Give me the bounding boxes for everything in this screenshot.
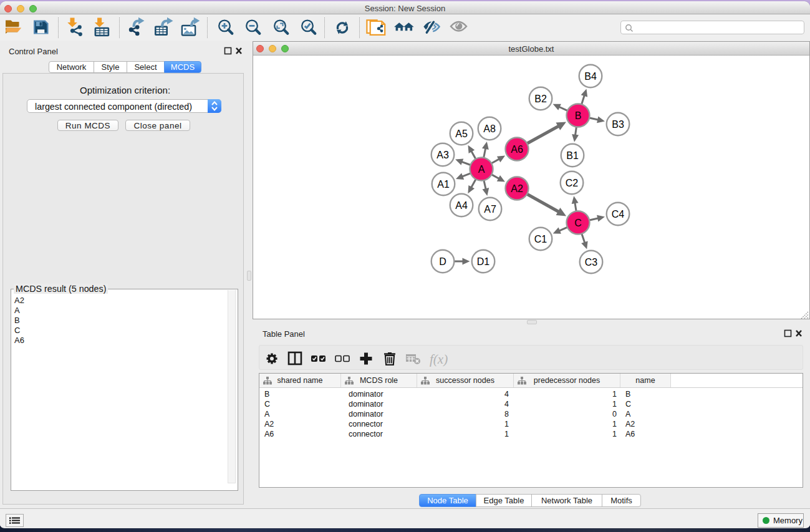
svg-text:A6: A6 — [511, 144, 523, 155]
svg-text:C1: C1 — [534, 234, 547, 244]
svg-text:A8: A8 — [483, 123, 496, 134]
svg-text:B1: B1 — [566, 150, 579, 161]
svg-text:A1: A1 — [437, 179, 450, 190]
svg-text:D1: D1 — [477, 256, 490, 267]
svg-text:A7: A7 — [484, 204, 496, 215]
svg-text:A4: A4 — [455, 200, 468, 211]
svg-text:A5: A5 — [455, 128, 468, 139]
svg-text:A: A — [478, 164, 485, 175]
svg-text:C2: C2 — [566, 178, 579, 188]
svg-text:B2: B2 — [534, 94, 547, 104]
svg-text:C: C — [574, 218, 582, 228]
svg-text:C3: C3 — [585, 257, 598, 268]
svg-text:A2: A2 — [511, 183, 523, 194]
svg-text:C4: C4 — [612, 209, 625, 220]
svg-text:D: D — [439, 256, 446, 267]
svg-text:B4: B4 — [584, 71, 597, 82]
svg-text:A3: A3 — [436, 150, 449, 160]
svg-text:B: B — [575, 110, 582, 121]
svg-text:B3: B3 — [612, 119, 624, 130]
